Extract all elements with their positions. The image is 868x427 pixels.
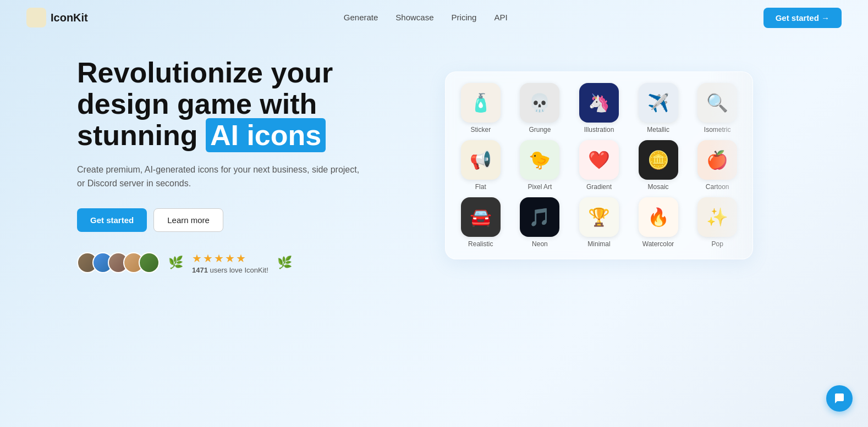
icon-card-grunge[interactable]: 💀Grunge [514,83,567,134]
rating-count: 1471 [192,266,208,274]
icon-card-pop[interactable]: ✨Pop [691,197,744,248]
icon-card-pixelart[interactable]: 🐤Pixel Art [514,140,567,191]
icon-card-minimal[interactable]: 🏆Minimal [573,197,625,248]
icon-label-watercolor: Watercolor [642,240,674,248]
icon-label-mosaic: Mosaic [648,183,669,191]
icon-card-mosaic[interactable]: 🪙Mosaic [632,140,685,191]
hero-buttons: Get started Learn more [77,208,363,232]
user-avatars [77,252,160,273]
icon-label-neon: Neon [532,240,548,248]
icon-img-pixelart: 🐤 [520,140,559,180]
icon-img-metallic: ✈️ [639,83,678,123]
laurel-right: 🌿 [277,256,292,270]
icon-card-neon[interactable]: 🎵Neon [514,197,567,248]
icon-img-grunge: 💀 [520,83,559,123]
icon-img-cartoon: 🍎 [697,140,737,180]
icon-label-flat: Flat [475,183,486,191]
icon-card-illustration[interactable]: 🦄Illustration [573,83,625,134]
icon-img-pop: ✨ [697,197,737,237]
rating-text: 1471 users love IconKit! [192,266,268,274]
icon-img-neon: 🎵 [520,197,559,237]
icon-card-watercolor[interactable]: 🔥Watercolor [632,197,685,248]
icon-label-grunge: Grunge [529,126,551,134]
icon-card-realistic[interactable]: 🚘Realistic [454,197,507,248]
navbar: 🧊 IconKit Generate Showcase Pricing API … [0,0,868,35]
headline-highlight: AI icons [206,118,326,152]
nav-link-pricing[interactable]: Pricing [452,13,477,22]
nav-link-api[interactable]: API [494,13,507,22]
icon-label-cartoon: Cartoon [706,183,729,191]
icon-img-illustration: 🦄 [579,83,619,123]
laurel-left: 🌿 [168,256,183,270]
logo-text: IconKit [51,12,88,24]
icon-img-gradient: ❤️ [579,140,619,180]
icon-img-mosaic: 🪙 [639,140,678,180]
icon-card-metallic[interactable]: ✈️Metallic [632,83,685,134]
icon-label-gradient: Gradient [586,183,612,191]
hero-left: Revolutionize your design game with stun… [77,57,363,274]
star-rating: ★ ★ ★ ★ ★ [192,252,246,265]
icon-label-pop: Pop [712,240,723,248]
icon-img-minimal: 🏆 [579,197,619,237]
icon-img-flat: 📢 [461,140,501,180]
rating-block: ★ ★ ★ ★ ★ 1471 users love IconKit! [192,252,268,274]
icon-label-metallic: Metallic [647,126,669,134]
icon-img-watercolor: 🔥 [639,197,678,237]
chat-bubble[interactable] [826,385,853,412]
rating-text-suffix: users love IconKit! [208,266,268,274]
star-2: ★ [203,252,213,265]
nav-link-showcase[interactable]: Showcase [395,13,433,22]
icon-grid: 🧴Sticker💀Grunge🦄Illustration✈️Metallic🔍I… [445,71,753,259]
logo-icon: 🧊 [26,8,46,27]
star-5: ★ [236,252,246,265]
star-1: ★ [192,252,202,265]
star-3: ★ [214,252,224,265]
icon-img-isometric: 🔍 [697,83,737,123]
icon-label-realistic: Realistic [468,240,493,248]
nav-logo[interactable]: 🧊 IconKit [26,8,88,27]
icon-card-sticker[interactable]: 🧴Sticker [454,83,507,134]
avatar-5 [139,252,160,273]
hero-headline: Revolutionize your design game with stun… [77,57,363,152]
social-proof: 🌿 ★ ★ ★ ★ ★ 1471 users love IconKit! 🌿 [77,252,363,274]
learn-more-button[interactable]: Learn more [153,208,223,232]
hero-section: Revolutionize your design game with stun… [0,35,868,274]
get-started-hero-button[interactable]: Get started [77,208,147,232]
icon-label-sticker: Sticker [470,126,491,134]
icon-card-cartoon[interactable]: 🍎Cartoon [691,140,744,191]
star-4: ★ [225,252,235,265]
nav-links: Generate Showcase Pricing API [344,13,508,23]
nav-link-generate[interactable]: Generate [344,13,378,22]
icon-label-illustration: Illustration [584,126,614,134]
icon-label-pixelart: Pixel Art [528,183,552,191]
icon-card-flat[interactable]: 📢Flat [454,140,507,191]
icon-label-isometric: Isometric [704,126,731,134]
icon-label-minimal: Minimal [587,240,610,248]
svg-rect-0 [26,8,46,27]
icon-img-realistic: 🚘 [461,197,501,237]
icon-card-gradient[interactable]: ❤️Gradient [573,140,625,191]
hero-right: 🧴Sticker💀Grunge🦄Illustration✈️Metallic🔍I… [396,71,802,259]
chat-icon [833,392,845,404]
icon-img-sticker: 🧴 [461,83,501,123]
get-started-nav-button[interactable]: Get started → [763,8,842,28]
hero-subtext: Create premium, AI-generated icons for y… [77,163,363,191]
icon-card-isometric[interactable]: 🔍Isometric [691,83,744,134]
